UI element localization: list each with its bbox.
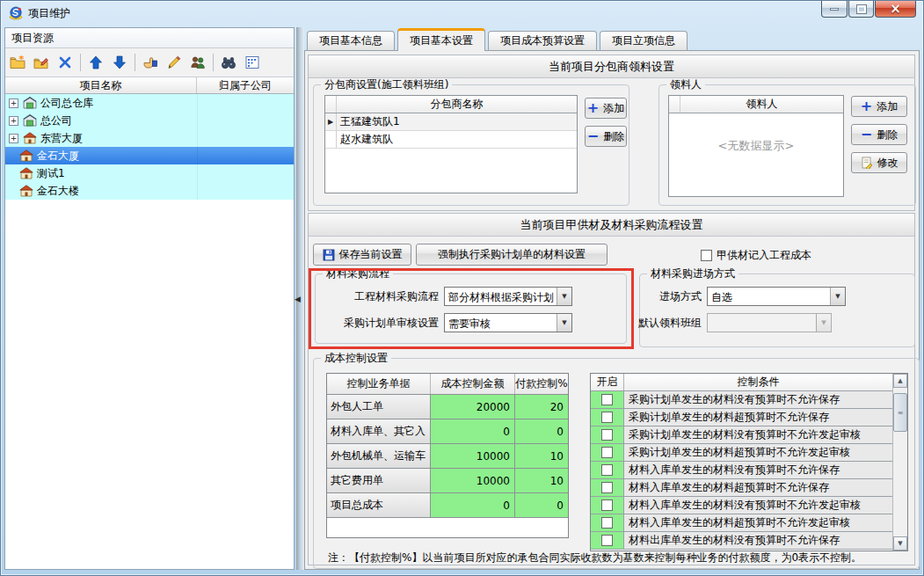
panel-splitter[interactable]: ◀: [296, 27, 304, 570]
tree-column-project-name[interactable]: 项目名称: [5, 77, 197, 93]
cost-row[interactable]: 材料入库单、其它入 0 0: [327, 419, 568, 444]
house-icon: [19, 185, 33, 197]
checkbox-unchecked[interactable]: [601, 535, 613, 546]
scroll-down-button[interactable]: ▼: [893, 536, 907, 550]
subcontractor-table[interactable]: 分包商名称 ▶ 王猛建筑队1 赵水建筑队: [324, 95, 578, 193]
condition-row[interactable]: 采购计划单发生的材料没有预算时不允许保存: [591, 391, 892, 409]
owner-material-cost-checkbox-row[interactable]: 甲供材记入工程成本: [701, 248, 811, 263]
condition-row[interactable]: 材料入库单发生的材料超预算时不允许发起审核: [591, 514, 892, 532]
svg-text:*: *: [19, 55, 25, 65]
rename-button[interactable]: [165, 54, 183, 71]
dropdown-arrow-icon[interactable]: ▼: [557, 288, 571, 305]
dropdown-arrow-icon[interactable]: ▼: [830, 288, 845, 305]
picker-edit-button[interactable]: 修改: [851, 152, 907, 173]
column-picker[interactable]: 领料人: [680, 96, 843, 113]
picker-delete-button[interactable]: −删除: [851, 124, 907, 145]
scrollbar-thumb[interactable]: ≡: [893, 393, 907, 432]
move-up-button[interactable]: [87, 54, 105, 71]
tree-cell-subsidiary: [197, 182, 294, 200]
force-plan-material-button[interactable]: 强制执行采购计划单的材料设置: [416, 244, 608, 266]
checkbox-unchecked[interactable]: [601, 429, 613, 441]
tab-project-basic-info[interactable]: 项目基本信息: [307, 31, 395, 50]
move-down-button[interactable]: [111, 54, 128, 71]
condition-row[interactable]: 材料入库单发生的材料没有预算时不允许发起审核: [591, 497, 892, 514]
checkbox-unchecked[interactable]: [601, 412, 613, 423]
select-button[interactable]: [142, 54, 159, 71]
entry-mode-dropdown[interactable]: 自选 ▼: [707, 287, 846, 306]
checkbox-unchecked[interactable]: [601, 517, 613, 529]
edit-folder-button[interactable]: [33, 54, 50, 71]
condition-row[interactable]: 材料入库单发生的材料没有预算时不允许保存: [591, 462, 892, 479]
plan-audit-dropdown[interactable]: 需要审核 ▼: [444, 313, 572, 332]
condition-row[interactable]: 采购计划单发生的材料超预算时不允许发起审核: [591, 444, 892, 462]
default-picking-team-dropdown[interactable]: ▼: [707, 313, 832, 332]
flow-row2-label: 采购计划单审核设置: [316, 313, 439, 332]
condition-row[interactable]: 采购计划单发生的材料没有预算时不允许发起审核: [591, 427, 892, 444]
cost-col-payment[interactable]: 付款控制%: [515, 374, 568, 394]
minimize-button[interactable]: [821, 1, 848, 18]
checkbox-unchecked[interactable]: [601, 464, 613, 476]
grid-settings-button[interactable]: [244, 54, 261, 71]
checkbox-unchecked[interactable]: [701, 250, 712, 261]
checkbox-unchecked[interactable]: [601, 499, 613, 511]
delete-button[interactable]: [56, 54, 74, 71]
cond-col-enabled[interactable]: 开启: [591, 374, 624, 390]
expand-plus-icon[interactable]: +: [9, 116, 18, 126]
subcontractor-cell[interactable]: 赵水建筑队: [337, 131, 577, 148]
tree-cell-subsidiary: [197, 147, 294, 164]
tree-row-jinshi-tower[interactable]: 金石大厦: [5, 147, 294, 164]
tree-row-jinshi-building[interactable]: 金石大楼: [5, 182, 294, 200]
control-condition-table[interactable]: 开启 控制条件 采购计划单发生的材料没有预算时不允许保存: [590, 373, 908, 551]
save-settings-button[interactable]: 保存当前设置: [313, 244, 411, 266]
users-icon: [190, 55, 206, 69]
material-flow-dropdown[interactable]: 部分材料根据采购计划 ▼: [444, 287, 572, 306]
close-button[interactable]: ×: [875, 1, 916, 18]
vertical-scrollbar[interactable]: ▲ ≡ ▼: [892, 374, 907, 550]
cost-col-amount[interactable]: 成本控制金额: [431, 374, 515, 394]
find-button[interactable]: [220, 54, 237, 71]
maximize-button[interactable]: [848, 1, 874, 18]
cost-row[interactable]: 项目总成本 0 0: [327, 493, 568, 518]
condition-row[interactable]: 材料入库单发生的材料超预算时不允许保存: [591, 479, 892, 497]
checkbox-unchecked[interactable]: [601, 447, 613, 458]
subcontractor-delete-button[interactable]: −删除: [585, 126, 627, 147]
tree-row-head-office[interactable]: + 总公司: [5, 112, 294, 129]
cond-col-condition[interactable]: 控制条件: [624, 374, 892, 390]
plus-icon: +: [587, 102, 599, 114]
scroll-up-button[interactable]: ▲: [893, 374, 907, 388]
table-row[interactable]: ▶ 王猛建筑队1: [325, 113, 577, 131]
table-row[interactable]: 赵水建筑队: [325, 131, 577, 149]
picker-add-button[interactable]: +添加: [851, 96, 907, 117]
tree-row-test1[interactable]: 测试1: [5, 164, 294, 182]
subcontractor-cell[interactable]: 王猛建筑队1: [337, 113, 577, 130]
tab-project-cost-budget[interactable]: 项目成本预算设置: [488, 31, 597, 50]
cost-row[interactable]: 外包人工单 20000 20: [327, 395, 568, 419]
cost-row[interactable]: 外包机械单、运输车 10000 10: [327, 444, 568, 469]
payment-control-note: 注：【付款控制%】以当前项目所对应的承包合同实际收款数为基数来控制每种业务的付款…: [328, 550, 862, 565]
column-subcontractor-name[interactable]: 分包商名称: [337, 96, 577, 113]
users-button[interactable]: [189, 54, 207, 71]
condition-row[interactable]: 材料出库单发生的材料没有预算时不允许保存: [591, 532, 892, 550]
new-folder-button[interactable]: *: [9, 54, 26, 71]
tree-row-company-warehouse[interactable]: + 公司总仓库: [5, 94, 294, 112]
cost-control-table[interactable]: 控制业务单据 成本控制金额 付款控制% 外包人工单 20000 20: [326, 373, 569, 538]
arrow-up-icon: [89, 55, 103, 69]
tab-project-approval-info[interactable]: 项目立项信息: [600, 31, 688, 50]
tab-project-basic-settings[interactable]: 项目基本设置: [397, 28, 485, 51]
expand-plus-icon[interactable]: +: [9, 134, 18, 143]
picker-table[interactable]: 领料人 <无数据显示>: [668, 95, 844, 197]
dropdown-arrow-icon[interactable]: ▼: [557, 314, 571, 332]
tree-header: 项目名称 归属子公司: [5, 77, 294, 94]
checkbox-unchecked[interactable]: [601, 482, 613, 493]
subcontractor-add-button[interactable]: +添加: [585, 98, 627, 119]
cost-row[interactable]: 其它费用单 10000 10: [327, 469, 568, 493]
detail-panel: 项目基本信息 项目基本设置 项目成本预算设置 项目立项信息 当前项目分包商领料设…: [304, 27, 920, 570]
tree-row-dongying-tower[interactable]: + 东营大厦: [5, 129, 294, 147]
condition-row[interactable]: 采购计划单发生的材料超预算时不允许保存: [591, 409, 892, 427]
subcontractor-group: 分包商设置(施工领料班组) 分包商名称 ▶ 王猛建筑队1: [313, 84, 629, 206]
checkbox-unchecked[interactable]: [601, 394, 613, 405]
collapse-left-icon[interactable]: ◀: [295, 295, 301, 303]
cost-col-doc[interactable]: 控制业务单据: [327, 374, 431, 394]
expand-plus-icon[interactable]: +: [9, 98, 18, 108]
tree-column-subsidiary[interactable]: 归属子公司: [197, 77, 294, 93]
